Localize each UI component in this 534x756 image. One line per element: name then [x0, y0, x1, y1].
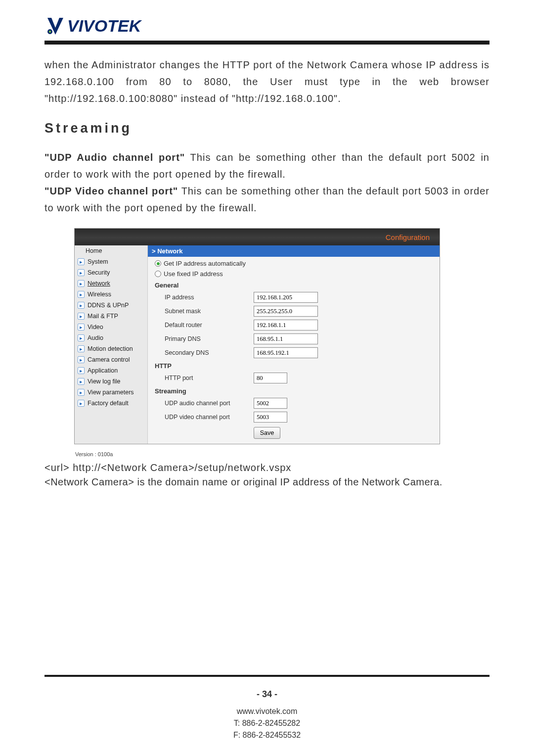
sidebar-item-label: Network: [88, 280, 110, 287]
sidebar-item-mail-ftp[interactable]: ▸ Mail & FTP: [75, 311, 147, 322]
logo-text: VIVOTEK: [67, 16, 141, 36]
field-udp-video: UDP video channel port: [155, 412, 437, 423]
sdns-label: Secondary DNS: [155, 349, 254, 356]
arrow-icon: ▸: [78, 258, 85, 265]
sidebar-item-label: Application: [88, 367, 118, 374]
radio-auto-ip[interactable]: Get IP address automatically: [155, 260, 437, 267]
sidebar-item-motion[interactable]: ▸ Motion detection: [75, 343, 147, 354]
url-desc: <Network Camera> is the domain name or o…: [44, 476, 490, 488]
arrow-icon: ▸: [78, 280, 85, 287]
sidebar-item-security[interactable]: ▸ Security: [75, 267, 147, 278]
arrow-icon: ▸: [78, 400, 85, 407]
footer-fax: F: 886-2-82455532: [0, 729, 534, 741]
sdns-input[interactable]: [254, 347, 318, 358]
pdns-input[interactable]: [254, 333, 318, 344]
config-screenshot: Configuration Home ▸ System ▸ Security ▸…: [74, 228, 440, 444]
sidebar-item-camera-control[interactable]: ▸ Camera control: [75, 354, 147, 365]
sidebar-item-label: Security: [88, 269, 110, 276]
divider-bottom: [44, 675, 490, 677]
sidebar-item-label: Wireless: [88, 291, 111, 298]
sidebar-item-label: View parameters: [88, 389, 134, 396]
radio-label: Use fixed IP address: [164, 270, 223, 278]
arrow-icon: ▸: [78, 345, 85, 352]
subnet-input[interactable]: [254, 306, 318, 317]
udp-audio-label: UDP audio channel port: [155, 400, 254, 407]
sidebar-item-label: Mail & FTP: [88, 313, 118, 320]
sidebar-item-wireless[interactable]: ▸ Wireless: [75, 289, 147, 300]
udp-video-label: UDP video channel port: [155, 414, 254, 421]
field-subnet: Subnet mask: [155, 306, 437, 317]
divider-top: [44, 41, 490, 45]
paragraph-udp-audio: "UDP Audio channel port" This can be som…: [44, 149, 490, 183]
sidebar-item-label: Factory default: [88, 400, 129, 407]
udp-audio-input[interactable]: [254, 398, 287, 409]
sidebar-item-label: Audio: [88, 334, 103, 341]
pdns-label: Primary DNS: [155, 335, 254, 342]
general-heading: General: [155, 282, 437, 289]
field-udp-audio: UDP audio channel port: [155, 398, 437, 409]
sidebar-item-factory-default[interactable]: ▸ Factory default: [75, 398, 147, 409]
http-port-label: HTTP port: [155, 375, 254, 381]
sidebar-item-label: DDNS & UPnP: [88, 302, 129, 309]
sidebar-item-home[interactable]: Home: [75, 245, 147, 256]
sidebar-item-view-params[interactable]: ▸ View parameters: [75, 387, 147, 398]
router-input[interactable]: [254, 320, 318, 331]
sidebar-item-view-log[interactable]: ▸ View log file: [75, 376, 147, 387]
save-button[interactable]: Save: [254, 427, 280, 439]
sidebar-item-video[interactable]: ▸ Video: [75, 322, 147, 332]
footer-site: www.vivotek.com: [0, 706, 534, 717]
radio-label: Get IP address automatically: [164, 260, 246, 267]
arrow-icon: ▸: [78, 367, 85, 374]
arrow-icon: ▸: [78, 269, 85, 276]
sidebar-item-network[interactable]: ▸ Network: [75, 278, 147, 289]
ip-input[interactable]: [254, 292, 318, 303]
version-label: Version : 0100a: [74, 447, 490, 459]
paragraph-udp-video: "UDP Video channel port" This can be som…: [44, 183, 490, 216]
arrow-icon: ▸: [78, 356, 85, 363]
sidebar-item-ddns-upnp[interactable]: ▸ DDNS & UPnP: [75, 300, 147, 311]
radio-icon: [155, 271, 161, 277]
udp-audio-bold: "UDP Audio channel port": [44, 152, 185, 163]
sidebar-item-application[interactable]: ▸ Application: [75, 365, 147, 376]
footer-tel: T: 886-2-82455282: [0, 717, 534, 729]
sidebar-item-label: Home: [86, 247, 102, 254]
heading-streaming: Streaming: [44, 121, 490, 136]
breadcrumb: > Network: [148, 245, 440, 257]
arrow-icon: ▸: [78, 389, 85, 396]
main-panel: > Network Get IP address automatically U…: [148, 245, 440, 444]
streaming-heading: Streaming: [155, 387, 437, 395]
http-port-input[interactable]: [254, 373, 287, 383]
http-heading: HTTP: [155, 362, 437, 370]
field-router: Default router: [155, 320, 437, 331]
arrow-icon: ▸: [78, 324, 85, 331]
url-line: <url> http://<Network Camera>/setup/netw…: [44, 462, 490, 473]
sidebar-item-label: Camera control: [88, 356, 130, 363]
logo-row: VIVOTEK: [44, 15, 490, 37]
arrow-icon: ▸: [78, 302, 85, 309]
field-secondary-dns: Secondary DNS: [155, 347, 437, 358]
network-form: Get IP address automatically Use fixed I…: [148, 257, 440, 444]
paragraph-http-port: when the Administrator changes the HTTP …: [44, 56, 490, 107]
arrow-icon: ▸: [78, 334, 85, 341]
sidebar-item-label: Motion detection: [88, 345, 133, 352]
svg-point-1: [49, 31, 51, 33]
udp-video-input[interactable]: [254, 412, 287, 423]
sidebar-item-system[interactable]: ▸ System: [75, 256, 147, 267]
radio-icon: [155, 260, 161, 267]
ip-label: IP address: [155, 294, 254, 301]
config-body: Home ▸ System ▸ Security ▸ Network ▸ Wir…: [75, 245, 440, 444]
logo-icon: [44, 15, 66, 37]
radio-fixed-ip[interactable]: Use fixed IP address: [155, 270, 437, 278]
footer: - 34 - www.vivotek.com T: 886-2-82455282…: [0, 689, 534, 741]
sidebar-item-label: Video: [88, 324, 103, 331]
sidebar-item-label: System: [88, 258, 108, 265]
field-http-port: HTTP port: [155, 373, 437, 383]
arrow-icon: ▸: [78, 313, 85, 320]
config-header-title: Configuration: [386, 233, 430, 241]
field-primary-dns: Primary DNS: [155, 333, 437, 344]
router-label: Default router: [155, 322, 254, 329]
subnet-label: Subnet mask: [155, 308, 254, 315]
udp-video-bold: "UDP Video channel port": [44, 186, 178, 196]
sidebar-item-audio[interactable]: ▸ Audio: [75, 332, 147, 343]
sidebar-item-label: View log file: [88, 378, 120, 385]
